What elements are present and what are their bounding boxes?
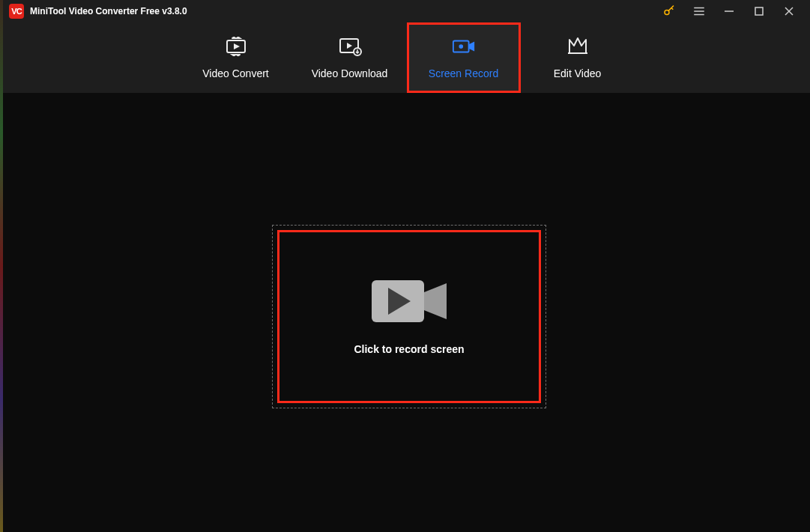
- titlebar: VC MiniTool Video Converter Free v3.8.0: [3, 0, 810, 22]
- camera-icon: [372, 279, 447, 324]
- tab-video-download[interactable]: Video Download: [293, 22, 407, 93]
- tab-label: Screen Record: [429, 67, 498, 79]
- main-tabs: Video Convert Video Download: [3, 22, 810, 93]
- tab-screen-record[interactable]: Screen Record: [407, 22, 521, 93]
- menu-icon[interactable]: [684, 0, 714, 22]
- upgrade-key-icon[interactable]: [654, 0, 684, 22]
- record-icon: [452, 36, 476, 57]
- tab-label: Video Convert: [202, 67, 268, 79]
- record-screen-button[interactable]: Click to record screen: [277, 230, 541, 403]
- download-icon: [338, 36, 362, 57]
- svg-point-12: [459, 44, 463, 49]
- minimize-icon[interactable]: [714, 0, 744, 22]
- app-title: MiniTool Video Converter Free v3.8.0: [30, 6, 187, 16]
- main-content: Click to record screen: [3, 93, 810, 532]
- tab-edit-video[interactable]: Edit Video: [521, 22, 635, 93]
- tab-video-convert[interactable]: Video Convert: [179, 22, 293, 93]
- record-prompt-text: Click to record screen: [354, 343, 464, 355]
- edit-video-icon: [566, 36, 590, 57]
- svg-rect-5: [755, 7, 763, 15]
- tab-label: Edit Video: [554, 67, 602, 79]
- app-window: VC MiniTool Video Converter Free v3.8.0: [3, 0, 810, 532]
- maximize-icon[interactable]: [744, 0, 774, 22]
- tab-label: Video Download: [312, 67, 388, 79]
- app-logo-icon: VC: [9, 4, 24, 19]
- close-icon[interactable]: [774, 0, 804, 22]
- convert-icon: [224, 36, 248, 57]
